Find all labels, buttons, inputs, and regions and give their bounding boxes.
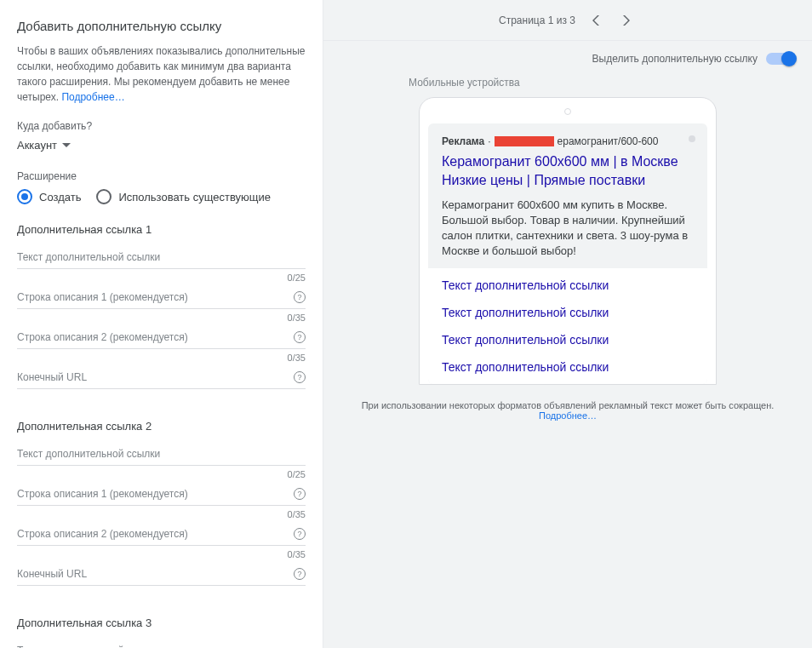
help-icon[interactable]: ? [294,291,306,303]
counter: 0/35 [17,549,306,559]
account-dropdown[interactable]: Аккаунт [17,139,306,152]
ad-headline: Керамогранит 600х600 мм | в Москве Низки… [442,152,694,191]
highlight-toggle-label: Выделить дополнительную ссылку [592,53,758,65]
help-icon[interactable]: ? [294,528,306,540]
ad-badge: Реклама [442,135,484,147]
final-url-input[interactable]: Конечный URL ? [17,568,306,586]
field-label: Текст дополнительной ссылки [17,645,160,648]
ad-preview-card: Реклама · ерамогранит/600-600 Керамогран… [428,123,707,384]
sitelink-preview: Текст дополнительной ссылки [428,326,707,353]
sitelink-text-input[interactable]: Текст дополнительной ссылки [17,251,306,269]
sitelink-group-3-title: Дополнительная ссылка 3 [17,616,306,629]
counter: 0/35 [17,313,306,323]
counter: 0/35 [17,509,306,519]
final-url-input[interactable]: Конечный URL ? [17,371,306,389]
page-description: Чтобы в ваших объявлениях показывались д… [17,43,306,105]
field-label: Строка описания 1 (рекомендуется) [17,488,188,500]
pager-text: Страница 1 из 3 [499,14,575,26]
radio-icon [96,189,112,204]
device-label: Мобильные устройства [409,77,520,89]
radio-icon [17,189,32,204]
learn-more-link[interactable]: Подробнее… [61,91,124,103]
desc2-input[interactable]: Строка описания 2 (рекомендуется) ? [17,331,306,349]
where-label: Куда добавить? [17,120,306,132]
speaker-icon [564,108,571,115]
pager-next-button[interactable] [616,10,637,31]
pager-prev-button[interactable] [586,10,606,31]
dropdown-value: Аккаунт [17,139,57,152]
field-label: Текст дополнительной ссылки [17,251,160,263]
mobile-preview: Реклама · ерамогранит/600-600 Керамогран… [419,97,717,385]
counter: 0/35 [17,353,306,363]
ad-url-bullet: · [488,135,490,147]
counter: 0/25 [17,272,306,283]
sitelink-preview: Текст дополнительной ссылки [428,299,707,326]
field-label: Строка описания 2 (рекомендуется) [17,331,188,343]
sitelink-preview: Текст дополнительной ссылки [428,272,707,299]
page-title: Добавить дополнительную ссылку [17,19,306,33]
desc1-input[interactable]: Строка описания 1 (рекомендуется) ? [17,488,306,506]
field-label: Текст дополнительной ссылки [17,448,160,460]
ad-description: Керамогранит 600х600 мм купить в Москве.… [442,198,694,260]
sitelink-text-input[interactable]: Текст дополнительной ссылки [17,645,306,648]
help-icon[interactable]: ? [294,371,306,383]
radio-create[interactable]: Создать [17,189,81,204]
redacted-url [495,136,554,146]
field-label: Конечный URL [17,371,87,383]
chevron-right-icon [623,15,630,26]
highlight-toggle[interactable] [766,53,795,65]
desc-text: Чтобы в ваших объявлениях показывались д… [17,45,306,103]
chevron-left-icon [592,15,599,26]
radio-existing[interactable]: Использовать существующие [96,189,271,204]
sitelink-preview: Текст дополнительной ссылки [428,353,707,381]
field-label: Строка описания 2 (рекомендуется) [17,528,188,540]
field-label: Строка описания 1 (рекомендуется) [17,291,188,303]
sitelink-group-1-title: Дополнительная ссылка 1 [17,223,306,236]
extension-label: Расширение [17,170,306,182]
ad-menu-icon [689,135,695,142]
field-label: Конечный URL [17,568,87,580]
preview-footnote: При использовании некоторых форматов объ… [340,385,795,436]
chevron-down-icon [62,143,71,147]
sitelink-text-input[interactable]: Текст дополнительной ссылки [17,448,306,466]
help-icon[interactable]: ? [294,568,306,580]
radio-existing-label: Использовать существующие [118,191,271,204]
footnote-link[interactable]: Подробнее… [539,410,597,421]
sitelink-group-2-title: Дополнительная ссылка 2 [17,420,306,433]
ad-url-suffix: ерамогранит/600-600 [558,135,659,147]
desc2-input[interactable]: Строка описания 2 (рекомендуется) ? [17,528,306,546]
radio-create-label: Создать [39,191,81,204]
help-icon[interactable]: ? [294,331,306,343]
desc1-input[interactable]: Строка описания 1 (рекомендуется) ? [17,291,306,309]
counter: 0/25 [17,469,306,479]
help-icon[interactable]: ? [294,488,306,500]
